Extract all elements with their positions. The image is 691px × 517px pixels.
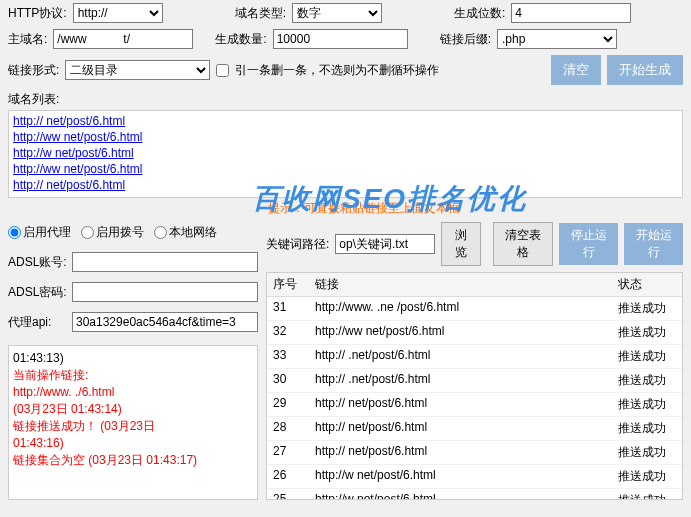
log-line: 链接集合为空 (03月23日 01:43:17) [13, 452, 253, 469]
cell-index: 28 [267, 417, 309, 440]
clear-table-button[interactable]: 清空表格 [493, 222, 554, 266]
http-protocol-label: HTTP协议: [8, 5, 67, 22]
cell-status: 推送成功 [612, 345, 682, 368]
cell-link: http:// net/post/6.html [309, 441, 612, 464]
cell-link: http:// .net/post/6.html [309, 345, 612, 368]
cell-index: 30 [267, 369, 309, 392]
gen-digits-label: 生成位数: [454, 5, 505, 22]
clear-button[interactable]: 清空 [551, 55, 601, 85]
keyword-path-label: 关键词路径: [266, 236, 329, 253]
gen-qty-label: 生成数量: [215, 31, 266, 48]
browse-button[interactable]: 浏览 [441, 222, 480, 266]
table-row[interactable]: 33http:// .net/post/6.html推送成功 [267, 345, 682, 369]
link-form-select[interactable]: 二级目录 [65, 60, 210, 80]
table-row[interactable]: 28http:// net/post/6.html推送成功 [267, 417, 682, 441]
log-line: (03月23日 01:43:14) [13, 401, 253, 418]
log-line: 01:43:13) [13, 350, 253, 367]
delete-one-label: 引一条删一条，不选则为不删循环操作 [235, 62, 439, 79]
gen-digits-input[interactable] [511, 3, 631, 23]
cell-index: 31 [267, 297, 309, 320]
proxy-api-label: 代理api: [8, 314, 68, 331]
start-run-button[interactable]: 开始运行 [624, 223, 683, 265]
table-row[interactable]: 32http://ww net/post/6.html推送成功 [267, 321, 682, 345]
cell-index: 25 [267, 489, 309, 500]
table-row[interactable]: 26http://w net/post/6.html推送成功 [267, 465, 682, 489]
domain-link[interactable]: http://ww net/post/6.html [13, 129, 678, 145]
cell-status: 推送成功 [612, 465, 682, 488]
domain-list-box[interactable]: http:// net/post/6.html http://ww net/po… [8, 110, 683, 198]
col-link: 链接 [309, 273, 612, 296]
cell-status: 推送成功 [612, 393, 682, 416]
gen-qty-input[interactable] [273, 29, 408, 49]
domain-link[interactable]: http://ww net/post/6.html [13, 161, 678, 177]
domain-link[interactable]: http://w net/post/6.html [13, 145, 678, 161]
keyword-path-input[interactable] [335, 234, 435, 254]
stop-run-button[interactable]: 停止运行 [559, 223, 618, 265]
domain-list-label: 域名列表: [8, 91, 59, 108]
host-label: 主域名: [8, 31, 47, 48]
proxy-radio-local[interactable]: 本地网络 [154, 224, 217, 241]
adsl-pass-label: ADSL密码: [8, 284, 68, 301]
proxy-radio-enable[interactable]: 启用代理 [8, 224, 71, 241]
cell-index: 29 [267, 393, 309, 416]
table-row[interactable]: 30http:// .net/post/6.html推送成功 [267, 369, 682, 393]
domain-type-select[interactable]: 数字 [292, 3, 382, 23]
cell-link: http://w net/post/6.html [309, 489, 612, 500]
cell-link: http://www. .ne /post/6.html [309, 297, 612, 320]
col-index: 序号 [267, 273, 309, 296]
table-row[interactable]: 31http://www. .ne /post/6.html推送成功 [267, 297, 682, 321]
result-table[interactable]: 序号 链接 状态 31http://www. .ne /post/6.html推… [266, 272, 683, 500]
cell-index: 27 [267, 441, 309, 464]
delete-one-checkbox[interactable] [216, 64, 229, 77]
cell-index: 32 [267, 321, 309, 344]
table-row[interactable]: 27http:// net/post/6.html推送成功 [267, 441, 682, 465]
domain-link[interactable]: http:// net/post/6.html [13, 177, 678, 193]
cell-link: http:// .net/post/6.html [309, 369, 612, 392]
cell-link: http://w net/post/6.html [309, 465, 612, 488]
table-row[interactable]: 25http://w net/post/6.html推送成功 [267, 489, 682, 500]
start-gen-button[interactable]: 开始生成 [607, 55, 683, 85]
cell-link: http:// net/post/6.html [309, 417, 612, 440]
log-line: http://www. ./6.html [13, 384, 253, 401]
paste-hint: 提示：可直接粘贴链接至上面文本框 [268, 200, 460, 217]
host-input[interactable] [53, 29, 193, 49]
cell-status: 推送成功 [612, 369, 682, 392]
table-row[interactable]: 29http:// net/post/6.html推送成功 [267, 393, 682, 417]
cell-status: 推送成功 [612, 321, 682, 344]
cell-index: 26 [267, 465, 309, 488]
adsl-user-input[interactable] [72, 252, 258, 272]
suffix-label: 链接后缀: [440, 31, 491, 48]
domain-type-label: 域名类型: [235, 5, 286, 22]
link-form-label: 链接形式: [8, 62, 59, 79]
cell-link: http:// net/post/6.html [309, 393, 612, 416]
adsl-user-label: ADSL账号: [8, 254, 68, 271]
col-status: 状态 [612, 273, 682, 296]
http-protocol-select[interactable]: http:// [73, 3, 163, 23]
proxy-api-input[interactable] [72, 312, 258, 332]
proxy-radio-dial[interactable]: 启用拨号 [81, 224, 144, 241]
log-box[interactable]: 01:43:13) 当前操作链接: http://www. ./6.html (… [8, 345, 258, 500]
suffix-select[interactable]: .php [497, 29, 617, 49]
cell-status: 推送成功 [612, 441, 682, 464]
cell-link: http://ww net/post/6.html [309, 321, 612, 344]
log-line: 链接推送成功！ (03月23日 [13, 418, 253, 435]
adsl-pass-input[interactable] [72, 282, 258, 302]
cell-status: 推送成功 [612, 489, 682, 500]
cell-index: 33 [267, 345, 309, 368]
log-line: 01:43:16) [13, 435, 253, 452]
cell-status: 推送成功 [612, 417, 682, 440]
log-line: 当前操作链接: [13, 367, 253, 384]
domain-link[interactable]: http:// net/post/6.html [13, 113, 678, 129]
cell-status: 推送成功 [612, 297, 682, 320]
